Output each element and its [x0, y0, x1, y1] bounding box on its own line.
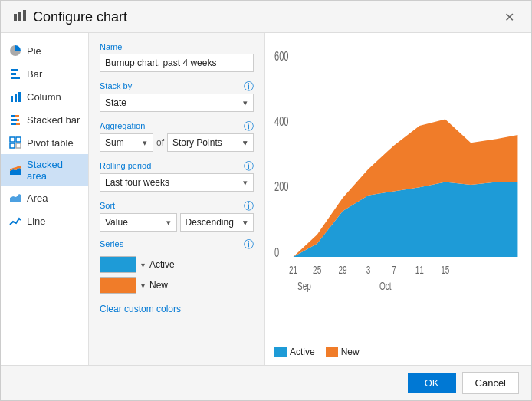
name-label: Name — [100, 42, 254, 51]
svg-text:600: 600 — [274, 48, 289, 63]
chart-type-item-pie[interactable]: Pie — [1, 39, 88, 62]
svg-text:400: 400 — [274, 114, 289, 129]
svg-rect-4 — [11, 73, 16, 75]
rolling-period-select[interactable]: Last four weeks — [100, 173, 254, 192]
dialog-header: Configure chart ✕ — [1, 1, 531, 33]
legend-swatch-new — [326, 347, 338, 357]
svg-text:7: 7 — [392, 263, 396, 277]
rolling-period-wrapper: Last four weeks — [100, 173, 254, 192]
chart-type-label-stacked-area: Stacked area — [27, 159, 80, 182]
rolling-period-label: Rolling period — [100, 161, 151, 170]
aggregation-info-icon[interactable]: ⓘ — [244, 120, 254, 133]
chart-type-item-stacked-area[interactable]: Stacked area — [1, 154, 88, 186]
series-item-active: ▾ Active — [100, 256, 254, 273]
sort-order-wrapper: Descending ▾ — [180, 213, 255, 232]
new-series-name: New — [149, 280, 168, 291]
svg-rect-7 — [15, 94, 17, 102]
aggregation-row: Sum of Story Points ▾ — [100, 133, 254, 152]
stack-by-select-wrapper: State — [100, 94, 254, 112]
name-input[interactable] — [100, 54, 254, 72]
rolling-period-info-icon[interactable]: ⓘ — [244, 159, 254, 173]
of-text: of — [156, 137, 164, 148]
sort-field-select[interactable]: Value — [100, 213, 177, 232]
aggregation-field-select[interactable]: Story Points — [167, 133, 254, 152]
chart-type-item-bar[interactable]: Bar — [1, 62, 88, 85]
column-icon — [8, 90, 22, 104]
close-button[interactable]: ✕ — [500, 8, 519, 26]
sort-label: Sort — [100, 201, 115, 210]
clear-custom-colors-link[interactable]: Clear custom colors — [100, 304, 181, 314]
series-info-icon[interactable]: ⓘ — [244, 238, 254, 251]
chart-type-list: Pie Bar — [1, 33, 89, 365]
legend-label-new: New — [341, 347, 360, 357]
svg-text:0: 0 — [274, 245, 279, 260]
chart-type-item-line[interactable]: Line — [1, 209, 88, 232]
svg-text:Sep: Sep — [297, 278, 311, 292]
new-color-swatch[interactable] — [100, 277, 136, 294]
chart-type-label-pivot-table: Pivot table — [27, 137, 74, 149]
svg-rect-5 — [11, 77, 20, 79]
dialog-title: Configure chart — [33, 9, 500, 25]
svg-rect-2 — [23, 10, 26, 21]
cancel-button[interactable]: Cancel — [462, 372, 519, 394]
active-color-swatch[interactable] — [100, 256, 136, 273]
chart-type-item-stacked-bar[interactable]: Stacked bar — [1, 108, 88, 131]
chart-type-label-area: Area — [27, 192, 48, 204]
sort-field-wrapper: Value — [100, 213, 177, 232]
chart-type-label-pie: Pie — [27, 45, 41, 57]
aggregation-func-select[interactable]: Sum — [100, 133, 153, 152]
chart-type-item-pivot-table[interactable]: Pivot table — [1, 131, 88, 154]
series-label-row: Series ⓘ — [100, 238, 254, 251]
svg-text:21: 21 — [289, 263, 297, 277]
series-label: Series — [100, 239, 123, 248]
new-swatch-chevron[interactable]: ▾ — [141, 281, 145, 290]
legend-item-new: New — [326, 347, 360, 357]
aggregation-field-wrapper: Story Points ▾ — [167, 133, 254, 152]
svg-rect-10 — [15, 115, 19, 117]
stack-by-select[interactable]: State — [100, 94, 254, 112]
sort-order-select[interactable]: Descending — [180, 213, 255, 232]
svg-rect-3 — [11, 69, 18, 71]
svg-text:15: 15 — [441, 263, 449, 277]
ok-button[interactable]: OK — [408, 373, 456, 393]
chart-type-item-column[interactable]: Column — [1, 85, 88, 108]
stack-by-info-icon[interactable]: ⓘ — [244, 80, 254, 94]
svg-rect-0 — [14, 14, 17, 21]
chart-icon — [13, 9, 27, 26]
svg-rect-12 — [17, 119, 19, 121]
chart-area: 600 400 200 0 21 25 29 3 7 11 1 — [265, 33, 531, 365]
active-swatch-chevron[interactable]: ▾ — [141, 261, 145, 269]
svg-text:11: 11 — [415, 263, 424, 277]
dialog-body: Pie Bar — [1, 33, 531, 365]
stack-by-label: Stack by — [100, 81, 132, 90]
configure-chart-dialog: Configure chart ✕ Pie — [0, 0, 532, 401]
svg-rect-9 — [11, 115, 15, 117]
svg-text:3: 3 — [366, 263, 371, 277]
chart-type-item-area[interactable]: Area — [1, 186, 88, 209]
svg-text:Oct: Oct — [379, 278, 392, 292]
aggregation-func-wrapper: Sum — [100, 133, 153, 152]
svg-rect-8 — [18, 92, 21, 102]
chart-legend: Active New — [274, 347, 522, 357]
stacked-area-icon — [8, 163, 22, 177]
svg-rect-16 — [16, 137, 21, 142]
svg-rect-15 — [10, 137, 15, 142]
svg-text:29: 29 — [339, 263, 347, 277]
svg-rect-6 — [11, 96, 13, 102]
chart-type-label-column: Column — [27, 91, 61, 103]
chart-type-label-line: Line — [27, 215, 46, 227]
area-icon — [8, 191, 22, 205]
svg-rect-17 — [10, 143, 15, 148]
active-series-name: Active — [149, 259, 175, 270]
svg-rect-11 — [11, 119, 17, 121]
svg-rect-13 — [11, 123, 16, 125]
sort-info-icon[interactable]: ⓘ — [244, 199, 254, 213]
active-area — [294, 182, 518, 257]
series-item-new: ▾ New — [100, 277, 254, 294]
svg-rect-14 — [16, 123, 20, 125]
pivot-icon — [8, 136, 22, 150]
svg-rect-18 — [16, 143, 21, 148]
series-section: Series ⓘ ▾ Active ▾ New Clear custom col… — [100, 238, 254, 314]
pie-icon — [8, 44, 22, 58]
dialog-footer: OK Cancel — [1, 365, 531, 400]
